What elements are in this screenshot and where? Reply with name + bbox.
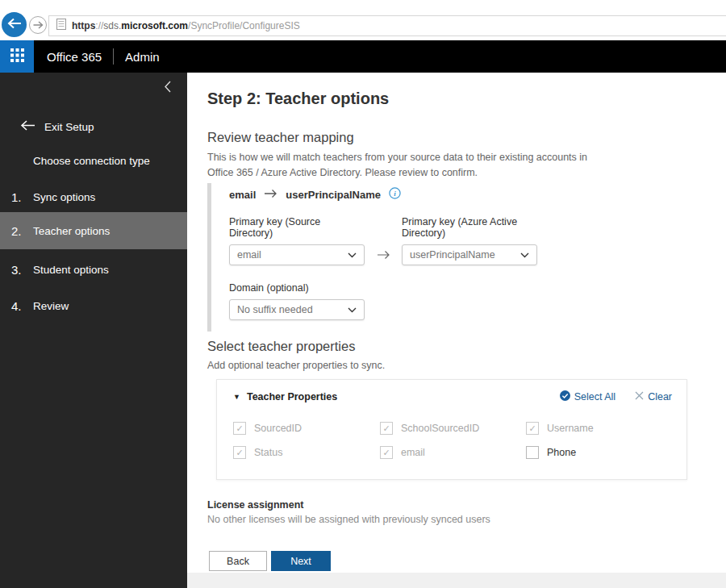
sidebar-item-student-options[interactable]: 3. Student options [0, 255, 187, 284]
sidebar-item-label: Review [33, 300, 69, 312]
select-properties-heading: Select teacher properties [207, 339, 355, 354]
checkbox-icon [233, 422, 246, 435]
url-text: https://sds.microsoft.com/SyncProfile/Co… [72, 20, 300, 31]
app-launcher-button[interactable] [0, 40, 34, 73]
office365-brand-link[interactable]: Office 365 [47, 50, 102, 64]
back-button[interactable]: Back [209, 551, 267, 571]
checkbox-phone[interactable]: Phone [526, 446, 686, 459]
select-all-check-icon [560, 390, 570, 403]
info-icon[interactable]: i [389, 187, 401, 202]
exit-setup-label: Exit Setup [44, 121, 94, 133]
checkbox-status[interactable]: Status [233, 446, 380, 459]
mapping-section: email userPrincipalName i Primary key (S… [207, 183, 537, 332]
review-mapping-heading: Review teacher mapping [207, 130, 354, 145]
teacher-properties-panel: ▼ Teacher Properties Select All Clear So… [216, 379, 687, 480]
target-key-dropdown-value: userPrincipalName [410, 249, 495, 261]
chevron-left-icon [164, 81, 171, 96]
checkbox-icon [526, 446, 539, 459]
source-key-dropdown[interactable]: email [229, 244, 365, 265]
clear-button[interactable]: Clear [635, 391, 672, 402]
svg-text:i: i [394, 190, 396, 198]
sidebar-item-teacher-options[interactable]: 2. Teacher options [0, 212, 187, 249]
browser-forward-button[interactable] [29, 16, 47, 34]
source-key-label: Primary key (Source Directory) [229, 216, 365, 239]
step-number: 2. [11, 224, 33, 238]
admin-link[interactable]: Admin [125, 50, 160, 64]
browser-back-button[interactable] [2, 12, 27, 37]
next-button[interactable]: Next [271, 551, 331, 571]
arrow-right-icon [264, 189, 277, 201]
page-title: Step 2: Teacher options [207, 90, 389, 108]
domain-dropdown[interactable]: No suffix needed [229, 299, 365, 320]
properties-checkbox-grid: SourcedID SchoolSourcedID Username Statu… [217, 403, 686, 459]
target-key-dropdown[interactable]: userPrincipalName [402, 244, 537, 265]
panel-title: Teacher Properties [247, 391, 337, 402]
arrow-right-icon [365, 250, 402, 260]
license-assignment-description: No other licenses will be assigned with … [207, 514, 490, 525]
domain-label: Domain (optional) [229, 282, 537, 294]
checkbox-email[interactable]: email [380, 446, 526, 459]
page-bottom-strip [187, 573, 726, 588]
sidebar-item-label: Teacher options [33, 225, 110, 237]
exit-setup-button[interactable]: Exit Setup [0, 118, 187, 136]
checkbox-schoolsourcedid[interactable]: SchoolSourcedID [380, 422, 526, 435]
source-key-dropdown-value: email [237, 249, 261, 261]
app-launcher-grid-icon [10, 48, 24, 65]
setup-sidebar: Exit Setup Choose connection type 1. Syn… [0, 73, 187, 588]
o365-header: Office 365 Admin [0, 40, 726, 73]
step-number: 1. [11, 190, 33, 204]
header-divider [113, 48, 114, 65]
sidebar-item-sync-options[interactable]: 1. Sync options [0, 182, 187, 211]
domain-dropdown-value: No suffix needed [237, 304, 313, 315]
select-all-button[interactable]: Select All [560, 390, 615, 403]
checkbox-icon [526, 422, 539, 435]
exit-arrow-icon [20, 120, 35, 133]
checkbox-username[interactable]: Username [526, 422, 686, 435]
license-assignment-heading: License assignment [207, 499, 304, 511]
mapping-target-value: userPrincipalName [286, 189, 381, 201]
sidebar-item-label: Sync options [33, 191, 95, 203]
checkbox-sourcedid[interactable]: SourcedID [233, 422, 380, 435]
main-content: Step 2: Teacher options Review teacher m… [187, 73, 726, 573]
target-key-label: Primary key (Azure Active Directory) [402, 216, 537, 239]
review-mapping-description: This is how we will match teachers from … [207, 150, 596, 181]
chevron-down-icon [520, 249, 529, 261]
address-bar[interactable]: https://sds.microsoft.com/SyncProfile/Co… [48, 15, 726, 36]
sidebar-item-label: Student options [33, 264, 109, 276]
forward-arrow-icon [33, 18, 44, 32]
sidebar-item-choose-connection-type[interactable]: Choose connection type [0, 146, 187, 175]
checkbox-icon [380, 422, 393, 435]
sidebar-collapse-button[interactable] [160, 81, 174, 95]
browser-chrome: https://sds.microsoft.com/SyncProfile/Co… [0, 0, 726, 40]
back-arrow-icon [7, 18, 22, 32]
collapse-triangle-icon[interactable]: ▼ [233, 393, 240, 401]
step-number: 4. [11, 299, 33, 313]
checkbox-icon [233, 446, 246, 459]
sidebar-item-label: Choose connection type [33, 155, 150, 167]
chevron-down-icon [348, 304, 357, 315]
step-number: 3. [11, 263, 33, 277]
page-icon [56, 19, 66, 33]
chevron-down-icon [348, 249, 357, 261]
clear-x-icon [635, 391, 644, 402]
checkbox-icon [380, 446, 393, 459]
mapping-source-value: email [229, 189, 256, 201]
sidebar-item-review[interactable]: 4. Review [0, 291, 187, 320]
select-properties-description: Add optional teacher properties to sync. [207, 360, 385, 371]
mapping-summary: email userPrincipalName i [229, 187, 537, 202]
